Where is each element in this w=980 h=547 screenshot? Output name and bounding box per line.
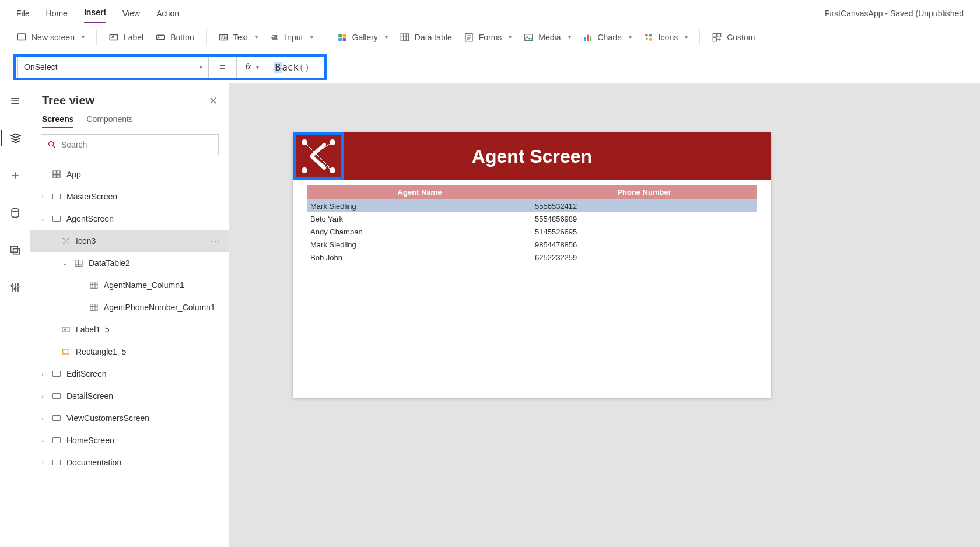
tree-node-homescreen[interactable]: › HomeScreen [30, 429, 229, 451]
svg-point-18 [645, 34, 648, 37]
expand-icon[interactable]: › [38, 370, 47, 377]
formula-text-paren: () [299, 62, 310, 73]
tree-node-editscreen[interactable]: › EditScreen [30, 363, 229, 385]
cell-phone: 6252232259 [532, 253, 757, 262]
ribbon-new-screen[interactable]: New screen▾ [16, 32, 85, 43]
svg-rect-10 [342, 37, 346, 40]
tree-view-panel: Tree view ✕ Screens Components App › Mas… [30, 83, 230, 547]
table-icon [74, 258, 84, 268]
more-options-icon[interactable]: ··· [211, 236, 221, 246]
svg-text:Abc: Abc [220, 35, 228, 40]
ribbon-button[interactable]: Button [155, 32, 194, 43]
table-row[interactable]: Mark Siedling 9854478856 [307, 238, 757, 251]
rail-hamburger[interactable] [4, 89, 27, 113]
table-row[interactable]: Bob John 6252232259 [307, 251, 757, 264]
tree-node-agentphone-column[interactable]: AgentPhoneNumber_Column1 [30, 296, 229, 318]
table-row[interactable]: Beto Yark 5554856989 [307, 212, 757, 225]
chevron-down-icon: ▾ [385, 34, 388, 40]
ribbon-label[interactable]: Label [108, 32, 144, 43]
canvas-area[interactable]: Agent Screen Agent Name Phone Number Mar… [230, 83, 980, 547]
expand-icon[interactable]: › [38, 459, 47, 466]
svg-rect-16 [587, 34, 589, 41]
tree-search-input[interactable] [61, 140, 212, 149]
tree-node-masterscreen[interactable]: › MasterScreen [30, 185, 229, 208]
table-row[interactable]: Mark Siedling 5556532412 [307, 199, 757, 212]
datatable-icon [400, 32, 410, 43]
property-selector[interactable]: OnSelect ▾ [18, 56, 209, 79]
ribbon-separator [96, 29, 97, 45]
tree-node-label1-5[interactable]: Label1_5 [30, 318, 229, 341]
formula-input[interactable]: Back() [268, 56, 980, 79]
close-icon[interactable]: ✕ [209, 94, 218, 107]
search-icon [47, 140, 57, 149]
rail-tree-view[interactable] [4, 127, 27, 150]
fx-icon: fx [245, 62, 251, 72]
menu-insert[interactable]: Insert [84, 8, 106, 23]
collapse-icon[interactable]: ⌄ [61, 260, 69, 267]
ribbon-separator [206, 29, 206, 45]
back-icon-control[interactable] [296, 135, 341, 177]
tree-app-node[interactable]: App [30, 163, 229, 185]
rail-insert[interactable] [4, 164, 27, 187]
icons-icon [643, 32, 654, 43]
fx-button[interactable]: fx ▾ [236, 56, 268, 79]
expand-icon[interactable]: › [38, 415, 47, 422]
rail-media[interactable] [4, 239, 27, 262]
tree-node-datatable2[interactable]: ⌄ DataTable2 [30, 252, 229, 274]
ribbon-charts[interactable]: Charts▾ [583, 32, 632, 43]
screen-icon [51, 435, 62, 446]
left-rail [0, 83, 30, 547]
svg-rect-19 [649, 34, 652, 37]
tree-search[interactable] [41, 134, 219, 155]
ribbon-forms[interactable]: Forms▾ [464, 32, 512, 43]
ribbon-datatable[interactable]: Data table [400, 32, 452, 43]
table-header-name[interactable]: Agent Name [307, 188, 532, 197]
tree-node-documentation[interactable]: › Documentation [30, 451, 229, 474]
tree-node-viewcustomersscreen[interactable]: › ViewCustomersScreen [30, 407, 229, 429]
menu-action[interactable]: Action [156, 9, 179, 23]
svg-point-6 [275, 36, 276, 38]
tree-node-rectangle1-5[interactable]: Rectangle1_5 [30, 341, 229, 363]
svg-rect-22 [718, 33, 721, 37]
table-row[interactable]: Andy Champan 5145526695 [307, 225, 757, 238]
top-menu-bar: File Home Insert View Action FirstCanvas… [0, 0, 980, 23]
ribbon-custom[interactable]: Custom [712, 32, 755, 43]
agent-screen-canvas[interactable]: Agent Screen Agent Name Phone Number Mar… [293, 132, 771, 398]
tree-node-label: DetailScreen [66, 391, 113, 401]
chevron-down-icon: ▾ [256, 64, 259, 71]
data-table[interactable]: Agent Name Phone Number Mark Siedling 55… [307, 185, 757, 264]
ribbon-icons[interactable]: Icons▾ [643, 32, 688, 43]
media-icon [523, 32, 534, 43]
rail-data[interactable] [4, 201, 27, 225]
table-header-phone[interactable]: Phone Number [532, 188, 757, 197]
equals-sign: = [219, 61, 226, 73]
expand-icon[interactable]: › [38, 193, 47, 200]
rail-advanced[interactable] [4, 276, 27, 299]
svg-rect-31 [53, 171, 56, 174]
tree-node-agentname-column[interactable]: AgentName_Column1 [30, 274, 229, 296]
tab-screens[interactable]: Screens [42, 114, 74, 128]
svg-rect-15 [584, 37, 586, 41]
cell-phone: 9854478856 [532, 240, 757, 249]
collapse-icon[interactable]: ⌄ [38, 215, 47, 223]
ribbon-text[interactable]: Abc Text▾ [218, 32, 258, 43]
menu-home[interactable]: Home [46, 9, 68, 23]
cell-phone: 5145526695 [532, 227, 757, 236]
tree-node-icon3[interactable]: Icon3 ··· [30, 230, 229, 252]
ribbon-media[interactable]: Media▾ [523, 32, 570, 43]
chevron-down-icon: ▾ [568, 34, 571, 40]
expand-icon[interactable]: › [38, 437, 47, 444]
ribbon-gallery[interactable]: Gallery▾ [337, 32, 388, 43]
app-icon [51, 169, 62, 180]
insert-ribbon: New screen▾ Label Button Abc Text▾ Input… [0, 23, 980, 51]
tab-components[interactable]: Components [86, 114, 132, 128]
tree-node-agentscreen[interactable]: ⌄ AgentScreen [30, 208, 229, 230]
ribbon-input[interactable]: Input▾ [270, 32, 313, 43]
tree-node-detailscreen[interactable]: › DetailScreen [30, 385, 229, 407]
svg-point-24 [12, 209, 19, 212]
menu-view[interactable]: View [123, 9, 140, 23]
expand-icon[interactable]: › [38, 392, 47, 399]
screen-header-rect: Agent Screen [293, 132, 771, 180]
menu-file[interactable]: File [16, 9, 30, 23]
screen-icon [51, 369, 62, 379]
